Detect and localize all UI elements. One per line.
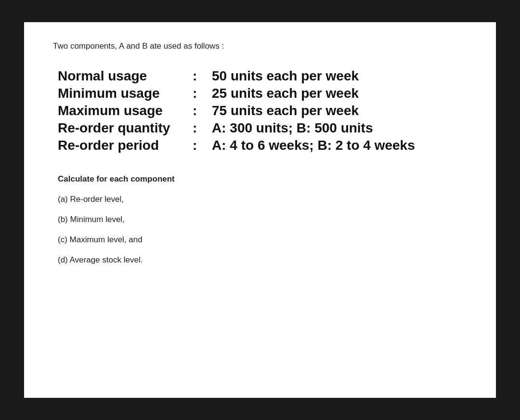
instruction-item-3: (d) Average stock level. [58, 255, 467, 265]
row-value-1: 25 units each per week [212, 86, 359, 101]
data-table: Normal usage:50 units each per weekMinim… [58, 68, 467, 153]
row-value-2: 75 units each per week [212, 103, 359, 118]
row-colon-1: : [193, 86, 202, 101]
instruction-heading: Calculate for each component [58, 174, 467, 184]
data-row-4: Re-order period:A: 4 to 6 weeks; B: 2 to… [58, 138, 467, 153]
instruction-item-2: (c) Maximum level, and [58, 235, 467, 245]
instruction-item-0: (a) Re-order level, [58, 195, 467, 204]
row-label-1: Minimum usage [58, 86, 193, 101]
row-colon-4: : [193, 138, 202, 153]
row-value-3: A: 300 units; B: 500 units [212, 120, 373, 136]
page-container: Two components, A and B ate used as foll… [24, 22, 496, 398]
instruction-item-1: (b) Minimum level, [58, 215, 467, 224]
row-label-2: Maximum usage [58, 103, 193, 118]
data-row-1: Minimum usage:25 units each per week [58, 86, 467, 101]
row-colon-3: : [193, 120, 202, 136]
row-colon-0: : [193, 68, 202, 84]
row-label-4: Re-order period [58, 138, 193, 153]
data-row-2: Maximum usage:75 units each per week [58, 103, 467, 118]
row-value-0: 50 units each per week [212, 68, 359, 84]
row-label-3: Re-order quantity [58, 120, 193, 136]
data-row-0: Normal usage:50 units each per week [58, 68, 467, 84]
intro-text: Two components, A and B ate used as foll… [53, 41, 467, 51]
data-row-3: Re-order quantity:A: 300 units; B: 500 u… [58, 120, 467, 136]
row-label-0: Normal usage [58, 68, 193, 84]
instructions-section: Calculate for each component (a) Re-orde… [58, 174, 467, 265]
row-colon-2: : [193, 103, 202, 118]
row-value-4: A: 4 to 6 weeks; B: 2 to 4 weeks [212, 138, 415, 153]
